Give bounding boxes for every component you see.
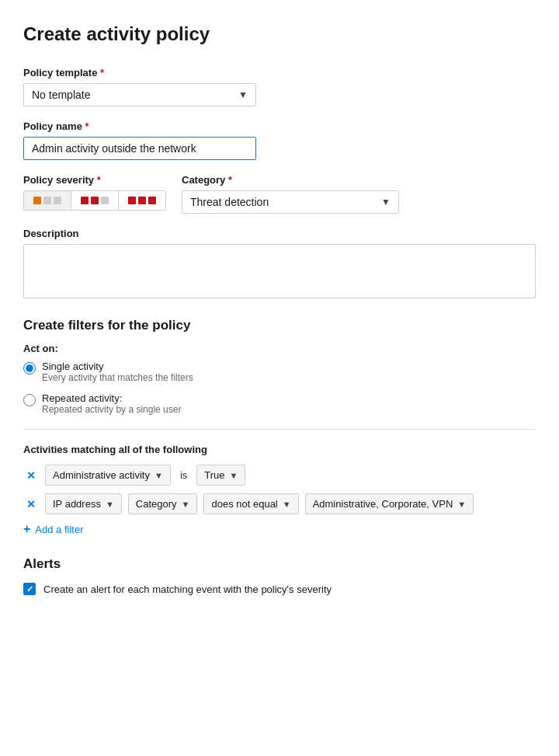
chevron-down-icon: ▼ xyxy=(238,89,248,100)
policy-template-dropdown[interactable]: No template ▼ xyxy=(23,83,256,106)
chevron-down-icon: ▼ xyxy=(106,500,114,509)
single-activity-label: Single activity xyxy=(42,361,193,372)
alert-checkbox-row: Create an alert for each matching event … xyxy=(23,583,536,595)
act-on-label: Act on: xyxy=(23,343,536,354)
severity-high-button[interactable] xyxy=(119,191,165,210)
does-not-equal-dropdown[interactable]: does not equal ▼ xyxy=(203,493,298,514)
policy-name-input[interactable] xyxy=(23,137,256,160)
category-value: Threat detection xyxy=(190,196,269,208)
single-activity-radio[interactable] xyxy=(23,362,36,375)
single-activity-sublabel: Every activity that matches the filters xyxy=(42,372,193,383)
alerts-section: Alerts Create an alert for each matching… xyxy=(23,556,536,595)
ip-address-dropdown[interactable]: IP address ▼ xyxy=(45,493,122,514)
severity-category-row: Policy severity Category Threat detectio… xyxy=(23,174,536,214)
severity-dot-7 xyxy=(128,197,136,204)
matching-title: Activities matching all of the following xyxy=(23,444,536,455)
chevron-down-icon: ▼ xyxy=(230,471,238,480)
chevron-down-icon: ▼ xyxy=(155,471,163,480)
filter2-field2-label: Category xyxy=(136,498,177,510)
severity-dot-3 xyxy=(54,197,61,204)
add-filter-label: Add a filter xyxy=(35,524,83,535)
severity-section: Policy severity xyxy=(23,174,166,211)
repeated-activity-radio[interactable] xyxy=(23,394,36,406)
severity-dot-5 xyxy=(91,197,99,204)
filter2-field1-label: IP address xyxy=(53,498,101,510)
policy-name-label: Policy name xyxy=(23,120,536,132)
category-filter-dropdown[interactable]: Category ▼ xyxy=(128,493,198,514)
policy-template-section: Policy template No template ▼ xyxy=(23,67,536,106)
alert-checkbox-label: Create an alert for each matching event … xyxy=(43,584,332,595)
alert-checkbox[interactable] xyxy=(23,583,36,595)
repeated-activity-option[interactable]: Repeated activity: Repeated activity by … xyxy=(23,392,536,415)
severity-low-button[interactable] xyxy=(24,191,71,210)
matching-section: Activities matching all of the following… xyxy=(23,444,536,536)
administrative-activity-dropdown[interactable]: Administrative activity ▼ xyxy=(45,465,171,486)
chevron-down-icon: ▼ xyxy=(457,500,466,509)
filters-section: Create filters for the policy Act on: Si… xyxy=(23,318,536,415)
alerts-title: Alerts xyxy=(23,556,536,572)
chevron-down-icon: ▼ xyxy=(283,500,291,509)
policy-template-value: No template xyxy=(32,89,90,101)
filter1-value-dropdown[interactable]: True ▼ xyxy=(196,465,245,486)
add-filter-button[interactable]: + Add a filter xyxy=(23,522,536,536)
divider xyxy=(23,429,536,430)
repeated-activity-label: Repeated activity: xyxy=(42,392,181,404)
remove-filter-2-button[interactable]: ✕ xyxy=(23,496,39,512)
description-textarea[interactable] xyxy=(23,244,536,298)
filter1-operator: is xyxy=(177,465,190,485)
single-activity-option[interactable]: Single activity Every activity that matc… xyxy=(23,361,536,383)
repeated-activity-sublabel: Repeated activity by a single user xyxy=(42,404,181,415)
category-label: Category xyxy=(182,174,399,186)
remove-filter-1-button[interactable]: ✕ xyxy=(23,468,39,483)
chevron-down-icon: ▼ xyxy=(182,500,190,509)
policy-template-label: Policy template xyxy=(23,67,536,78)
filter-row-1: ✕ Administrative activity ▼ is True ▼ xyxy=(23,465,536,486)
filter2-value-dropdown[interactable]: Administrative, Corporate, VPN ▼ xyxy=(305,493,474,514)
filter2-operator-label: does not equal xyxy=(211,498,277,510)
filter1-value-label: True xyxy=(204,469,224,481)
category-section: Category Threat detection ▼ xyxy=(182,174,399,214)
plus-icon: + xyxy=(23,522,30,536)
chevron-down-icon: ▼ xyxy=(381,197,391,207)
severity-dot-6 xyxy=(101,197,109,204)
severity-dot-8 xyxy=(138,197,146,204)
policy-name-section: Policy name xyxy=(23,120,536,160)
description-section: Description xyxy=(23,228,536,301)
severity-dot-2 xyxy=(43,197,51,204)
severity-dot-9 xyxy=(148,197,156,204)
filter2-value-label: Administrative, Corporate, VPN xyxy=(313,498,453,510)
severity-label: Policy severity xyxy=(23,174,166,186)
severity-dot-4 xyxy=(81,197,89,204)
severity-dot-1 xyxy=(33,197,41,204)
page-title: Create activity policy xyxy=(23,23,536,45)
filter-row-2: ✕ IP address ▼ Category ▼ does not equal… xyxy=(23,493,536,514)
severity-group xyxy=(23,190,166,211)
category-dropdown[interactable]: Threat detection ▼ xyxy=(182,190,399,214)
filter1-field-label: Administrative activity xyxy=(53,469,150,481)
filters-title: Create filters for the policy xyxy=(23,318,536,333)
severity-medium-button[interactable] xyxy=(71,191,119,210)
description-label: Description xyxy=(23,228,536,239)
